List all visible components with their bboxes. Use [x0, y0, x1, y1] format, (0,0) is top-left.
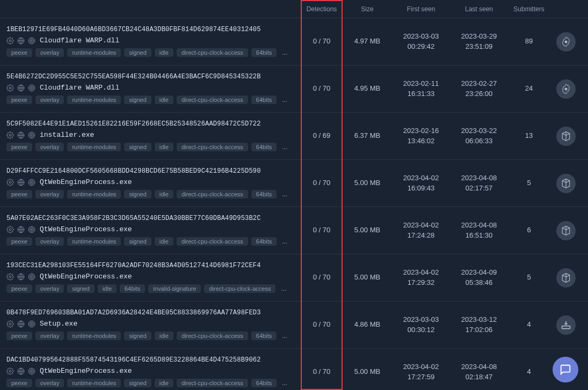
tag[interactable]: runtime-modules	[67, 237, 121, 246]
tag[interactable]: overlay	[35, 48, 64, 57]
table-row[interactable]: 193CEC31EA298103FE55164FF6270A2ADF70248B…	[0, 254, 588, 301]
tag[interactable]: runtime-modules	[67, 48, 121, 57]
tag[interactable]: peexe	[6, 332, 32, 340]
file-hash[interactable]: 5E4B6272DC2D955C5E52C755EA598F44E324B044…	[6, 73, 294, 80]
file-name[interactable]: Cloudflare WARP.dll	[40, 36, 119, 45]
header-size[interactable]: Size	[343, 5, 392, 13]
tag[interactable]: peexe	[6, 237, 32, 246]
file-hash[interactable]: 5A07E02AEC263F0C3E3A958F2B3C3D65A55240E5…	[6, 215, 294, 222]
tags-more[interactable]: ...	[280, 142, 289, 152]
tag[interactable]: 64bits	[251, 95, 277, 104]
tag[interactable]: idle	[155, 190, 173, 198]
file-name[interactable]: QtWebEngineProcess.exe	[40, 367, 132, 375]
tag[interactable]: runtime-modules	[67, 332, 121, 340]
globe-icon	[17, 320, 25, 328]
tag[interactable]: signed	[124, 379, 151, 387]
header-submitters[interactable]: Submitters	[508, 5, 550, 13]
tag[interactable]: peexe	[6, 284, 32, 293]
table-row[interactable]: 5C9F5082E44E91E1AED15261E82216E59F2668EC…	[0, 113, 588, 160]
tag[interactable]: peexe	[6, 379, 32, 387]
tag[interactable]: idle	[155, 237, 173, 246]
tags-more[interactable]: ...	[280, 237, 289, 246]
tags-more[interactable]: ...	[280, 189, 289, 199]
tag[interactable]: overlay	[35, 332, 64, 340]
tag[interactable]: idle	[155, 379, 173, 387]
tag[interactable]: runtime-modules	[67, 143, 121, 151]
tag[interactable]: direct-cpu-clock-access	[177, 332, 248, 340]
file-name[interactable]: QtWebEngineProcess.exe	[40, 178, 132, 186]
tag[interactable]: idle	[98, 284, 117, 293]
last-seen-cell: 2023-03-2923:51:09	[450, 32, 508, 51]
tag[interactable]: overlay	[35, 284, 64, 293]
file-hash[interactable]: 0B478F9ED769603BBA01AD7A2D6936A28424E4BE…	[6, 309, 294, 317]
tags-more[interactable]: ...	[280, 378, 289, 388]
tag[interactable]: idle	[155, 332, 173, 340]
tag[interactable]: 64bits	[120, 284, 145, 293]
tag[interactable]: direct-cpu-clock-access	[177, 237, 248, 246]
file-hash[interactable]: 1BEB12971E69FB4040D60A6BD3667CB24C48A3DB…	[6, 26, 294, 33]
file-name[interactable]: installer.exe	[40, 131, 94, 139]
tags-more[interactable]: ...	[280, 48, 289, 57]
chat-button[interactable]	[553, 357, 578, 382]
tag[interactable]: overlay	[35, 95, 64, 104]
tag[interactable]: overlay	[35, 237, 64, 246]
tag[interactable]: peexe	[6, 190, 32, 198]
tag[interactable]: signed	[124, 332, 151, 340]
table-row[interactable]: 5E4B6272DC2D955C5E52C755EA598F44E324B044…	[0, 65, 588, 113]
file-name[interactable]: Setup.exe	[40, 320, 77, 328]
header-first-seen[interactable]: First seen	[392, 5, 450, 13]
header-last-seen[interactable]: Last seen	[450, 5, 508, 13]
target-icon	[28, 179, 35, 186]
tag[interactable]: direct-cpu-clock-access	[177, 143, 248, 151]
file-hash[interactable]: 5C9F5082E44E91E1AED15261E82216E59F2668EC…	[6, 120, 294, 128]
tag[interactable]: runtime-modules	[67, 190, 121, 198]
tag[interactable]: idle	[155, 95, 173, 104]
tag[interactable]: idle	[155, 143, 173, 151]
tag[interactable]: 64bits	[251, 379, 277, 387]
tag[interactable]: 64bits	[251, 48, 277, 57]
file-hash[interactable]: D29F4FFCC9E2164800DCF5605668BDD4298BCD6E…	[6, 167, 294, 175]
tag[interactable]: signed	[124, 48, 151, 57]
tag[interactable]: signed	[124, 190, 151, 198]
tag[interactable]: runtime-modules	[67, 379, 121, 387]
tags-more[interactable]: ...	[279, 284, 288, 293]
tag[interactable]: direct-cpu-clock-access	[204, 284, 275, 293]
tag[interactable]: peexe	[6, 143, 32, 151]
tag[interactable]: direct-cpu-clock-access	[177, 190, 248, 198]
file-name[interactable]: QtWebEngineProcess.exe	[40, 225, 132, 233]
tag[interactable]: peexe	[6, 95, 32, 104]
tag[interactable]: signed	[67, 284, 94, 293]
tag[interactable]: direct-cpu-clock-access	[177, 379, 248, 387]
tag[interactable]: signed	[124, 95, 151, 104]
tag[interactable]: peexe	[6, 48, 32, 57]
tag[interactable]: runtime-modules	[67, 95, 121, 104]
tag[interactable]: 64bits	[251, 143, 277, 151]
tag[interactable]: signed	[124, 237, 151, 246]
tag[interactable]: direct-cpu-clock-access	[177, 95, 248, 104]
tags-more[interactable]: ...	[280, 331, 289, 341]
table-row[interactable]: DAC1BD407995642888F55874543196C4EF6265D8…	[0, 349, 588, 390]
tag[interactable]: overlay	[35, 190, 64, 198]
tag[interactable]: signed	[124, 143, 151, 151]
settings-icon	[6, 367, 14, 375]
file-name[interactable]: Cloudflare WARP.dll	[40, 84, 119, 92]
tags-more[interactable]: ...	[280, 95, 289, 105]
svg-point-15	[30, 133, 34, 137]
table-row[interactable]: 0B478F9ED769603BBA01AD7A2D6936A28424E4BE…	[0, 301, 588, 349]
tag[interactable]: 64bits	[251, 332, 277, 340]
tag[interactable]: idle	[155, 48, 173, 57]
table-row[interactable]: 1BEB12971E69FB4040D60A6BD3667CB24C48A3DB…	[0, 18, 588, 65]
table-row[interactable]: D29F4FFCC9E2164800DCF5605668BDD4298BCD6E…	[0, 160, 588, 207]
tag[interactable]: direct-cpu-clock-access	[177, 48, 248, 57]
file-hash[interactable]: DAC1BD407995642888F55874543196C4EF6265D8…	[6, 356, 294, 364]
tag[interactable]: 64bits	[251, 237, 277, 246]
tag[interactable]: overlay	[35, 379, 64, 387]
svg-point-22	[9, 229, 11, 231]
header-detections[interactable]: Detections	[301, 5, 343, 13]
file-hash[interactable]: 193CEC31EA298103FE55164FF6270A2ADF70248B…	[6, 262, 294, 269]
tag[interactable]: invalid-signature	[148, 284, 201, 293]
table-row[interactable]: 5A07E02AEC263F0C3E3A958F2B3C3D65A55240E5…	[0, 207, 588, 254]
tag[interactable]: overlay	[35, 143, 64, 151]
tag[interactable]: 64bits	[251, 190, 277, 198]
file-name[interactable]: QtWebEngineProcess.exe	[40, 273, 132, 281]
